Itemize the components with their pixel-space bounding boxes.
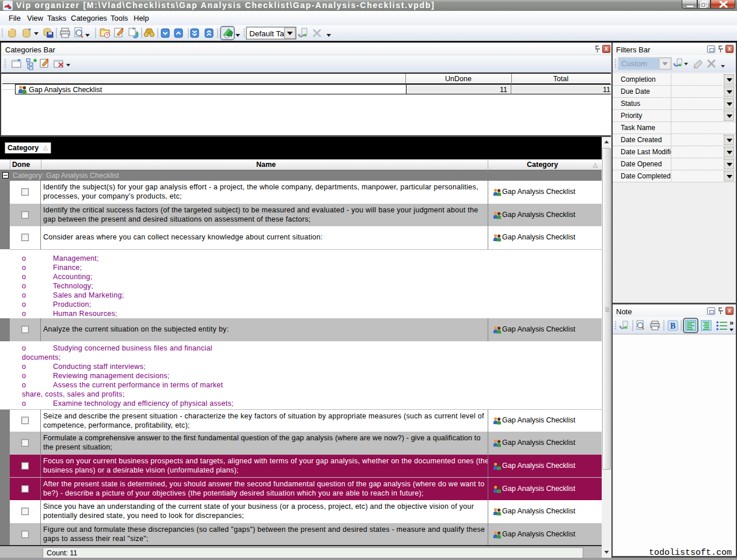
svg-text:Custom: Custom bbox=[621, 59, 647, 68]
svg-text:»: » bbox=[730, 318, 734, 327]
svg-text:B: B bbox=[670, 322, 675, 330]
